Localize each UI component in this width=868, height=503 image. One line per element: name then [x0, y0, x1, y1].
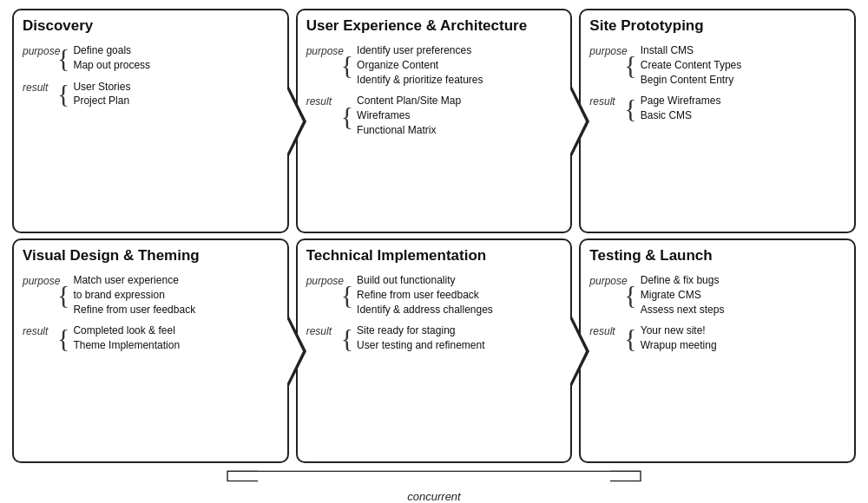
purpose-row: purpose{Build out functionalityRefine fr… [306, 273, 562, 317]
purpose-bracket-items: {Define goalsMap out process [57, 43, 150, 73]
result-row: result{Content Plan/Site MapWireframesFu… [306, 94, 562, 137]
phase-title: Technical Implementation [306, 247, 562, 265]
phase-title: User Experience & Architecture [306, 17, 562, 35]
result-bracket-items: {User StoriesProject Plan [57, 80, 130, 109]
purpose-label: purpose [589, 43, 621, 57]
purpose-item: Identify & prioritize features [357, 73, 483, 88]
result-items-list: Completed look & feelTheme Implementatio… [73, 323, 180, 353]
result-bracket-items: {Completed look & feelTheme Implementati… [57, 323, 180, 353]
left-bracket-icon: { [624, 43, 636, 87]
result-item: Theme Implementation [73, 338, 180, 353]
left-bracket-icon: { [341, 43, 353, 87]
phase-card-1-1: Technical Implementationpurpose{Build ou… [296, 238, 573, 463]
result-items-list: User StoriesProject Plan [73, 80, 130, 109]
purpose-item: Install CMS [641, 43, 742, 58]
phase-row-0: Discoverypurpose{Define goalsMap out pro… [9, 9, 859, 233]
purpose-item: Match user experience [73, 273, 195, 288]
purpose-row: purpose{Identify user preferencesOrganiz… [306, 43, 562, 87]
purpose-item: Migrate CMS [641, 288, 725, 303]
result-item: Functional Matrix [357, 123, 461, 138]
purpose-item: Create Content Types [641, 58, 742, 73]
left-bracket-icon: { [624, 323, 636, 353]
result-label: result [589, 323, 621, 337]
left-bracket-icon: { [57, 80, 69, 109]
purpose-items-list: Build out functionalityRefine from user … [357, 273, 493, 317]
result-item: Your new site! [641, 323, 717, 338]
phase-title: Testing & Launch [589, 247, 845, 265]
purpose-item: Assess next steps [641, 303, 725, 317]
result-label: result [306, 94, 338, 108]
phase-card-0-0: Discoverypurpose{Define goalsMap out pro… [12, 9, 289, 233]
result-item: Wrapup meeting [641, 338, 717, 353]
purpose-items-list: Identify user preferencesOrganize Conten… [357, 43, 483, 87]
purpose-items-list: Match user experienceto brand expression… [73, 273, 195, 317]
result-items-list: Content Plan/Site MapWireframesFunctiona… [357, 94, 461, 137]
result-item: Completed look & feel [73, 323, 180, 338]
phase-title: Site Prototyping [589, 17, 845, 35]
left-bracket-icon: { [341, 94, 353, 137]
purpose-items-list: Define & fix bugsMigrate CMSAssess next … [641, 273, 725, 317]
purpose-bracket-items: {Install CMSCreate Content TypesBegin Co… [624, 43, 741, 87]
result-row: result{Site ready for stagingUser testin… [306, 323, 562, 353]
purpose-items-list: Install CMSCreate Content TypesBegin Con… [641, 43, 742, 87]
phase-arrow-inner-icon [286, 86, 303, 157]
purpose-label: purpose [23, 43, 54, 57]
phase-card-0-2: Site Prototypingpurpose{Install CMSCreat… [579, 9, 856, 233]
purpose-item: Define goals [73, 43, 150, 58]
result-item: User testing and refinement [357, 338, 484, 353]
purpose-item: Identify & address challenges [357, 303, 493, 317]
purpose-row: purpose{Define goalsMap out process [23, 43, 279, 73]
purpose-row: purpose{Install CMSCreate Content TypesB… [589, 43, 845, 87]
purpose-bracket-items: {Build out functionalityRefine from user… [341, 273, 493, 317]
left-bracket-icon: { [341, 273, 353, 317]
purpose-item: Organize Content [357, 58, 483, 73]
left-bracket-icon: { [624, 273, 636, 317]
main-container: Discoverypurpose{Define goalsMap out pro… [0, 0, 868, 503]
purpose-item: Refine from user feedback [357, 288, 493, 303]
result-item: Wireframes [357, 108, 461, 123]
result-item: Basic CMS [641, 108, 721, 123]
result-item: User Stories [73, 80, 130, 95]
result-row: result{Completed look & feelTheme Implem… [23, 323, 279, 353]
phase-card-0-1: User Experience & Architecturepurpose{Id… [296, 9, 573, 233]
result-row: result{User StoriesProject Plan [23, 80, 279, 109]
result-items-list: Page WireframesBasic CMS [641, 94, 721, 123]
result-items-list: Your new site!Wrapup meeting [641, 323, 717, 353]
result-bracket-items: {Content Plan/Site MapWireframesFunction… [341, 94, 461, 137]
result-item: Project Plan [73, 94, 130, 108]
purpose-bracket-items: {Match user experienceto brand expressio… [57, 273, 195, 317]
phase-row-1: Visual Design & Themingpurpose{Match use… [9, 238, 859, 463]
result-bracket-items: {Site ready for stagingUser testing and … [341, 323, 485, 353]
purpose-item: Build out functionality [357, 273, 493, 288]
left-bracket-icon: { [57, 323, 69, 353]
purpose-bracket-items: {Identify user preferencesOrganize Conte… [341, 43, 483, 87]
result-row: result{Your new site!Wrapup meeting [589, 323, 845, 353]
result-item: Site ready for staging [357, 323, 484, 338]
result-label: result [589, 94, 621, 108]
purpose-label: purpose [306, 43, 338, 57]
purpose-item: Refine from user feedback [73, 303, 195, 317]
purpose-item: Map out process [73, 58, 150, 73]
phase-arrow-inner-icon [569, 316, 586, 387]
purpose-items-list: Define goalsMap out process [73, 43, 150, 73]
left-bracket-icon: { [57, 273, 69, 317]
purpose-row: purpose{Define & fix bugsMigrate CMSAsse… [589, 273, 845, 317]
phase-title: Discovery [23, 17, 279, 35]
purpose-item: to brand expression [73, 288, 195, 303]
result-row: result{Page WireframesBasic CMS [589, 94, 845, 123]
concurrent-label: concurrent [407, 490, 460, 503]
left-bracket-icon: { [624, 94, 636, 123]
result-label: result [23, 323, 54, 337]
result-bracket-items: {Your new site!Wrapup meeting [624, 323, 716, 353]
purpose-bracket-items: {Define & fix bugsMigrate CMSAssess next… [624, 273, 724, 317]
phase-arrow-inner-icon [286, 316, 303, 387]
purpose-item: Define & fix bugs [641, 273, 725, 288]
result-label: result [306, 323, 338, 337]
result-label: result [23, 80, 54, 94]
result-item: Page Wireframes [641, 94, 721, 108]
purpose-label: purpose [589, 273, 621, 287]
purpose-row: purpose{Match user experienceto brand ex… [23, 273, 279, 317]
phase-card-1-2: Testing & Launchpurpose{Define & fix bug… [579, 238, 856, 463]
left-bracket-icon: { [341, 323, 353, 353]
purpose-item: Begin Content Entry [641, 73, 742, 88]
